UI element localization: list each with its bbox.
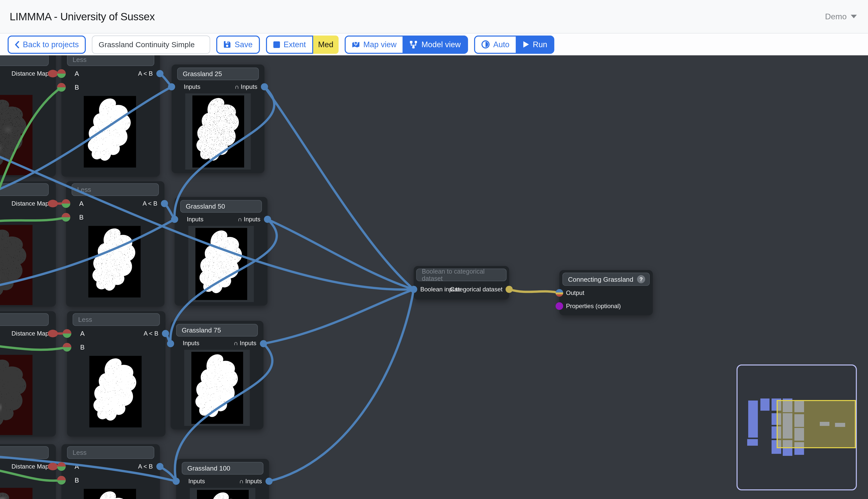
port-label-categorical-dataset: Categorical dataset bbox=[450, 286, 502, 293]
yellow-edge bbox=[509, 289, 559, 293]
node-title-value: Connecting Grassland bbox=[568, 276, 633, 283]
extent-med-label: Med bbox=[318, 40, 333, 49]
port-label-intersect-inputs: ∩ Inputs bbox=[239, 478, 262, 485]
map-thumbnail bbox=[88, 226, 140, 297]
node-title-input[interactable]: Boolean to categorical dataset bbox=[416, 269, 506, 281]
node-title-input[interactable]: Grassland 100 bbox=[182, 462, 264, 475]
user-menu-label: Demo bbox=[825, 12, 847, 21]
map-thumbnail bbox=[0, 95, 33, 175]
node-less-2[interactable]: Less A B A < B bbox=[66, 181, 164, 307]
port-label-distance-map: Distance Map bbox=[11, 70, 49, 77]
user-menu[interactable]: Demo bbox=[825, 12, 857, 21]
port-label-a: A bbox=[79, 200, 84, 207]
node-title-input[interactable]: Grassland 50 bbox=[180, 200, 262, 213]
toolbar: Back to projects Grassland Continuity Si… bbox=[0, 34, 868, 55]
port-label-a: A bbox=[75, 463, 79, 470]
port-label-properties: Properties (optional) bbox=[566, 303, 621, 310]
node-grassland-100[interactable]: Grassland 100 Inputs ∩ Inputs bbox=[176, 459, 269, 499]
model-view-button[interactable]: Model view bbox=[403, 35, 468, 53]
node-grassland-75[interactable]: Grassland 75 Inputs ∩ Inputs bbox=[171, 321, 264, 429]
auto-toggle-icon bbox=[481, 40, 490, 49]
map-view-label: Map view bbox=[363, 40, 396, 49]
map-thumbnail bbox=[190, 488, 255, 499]
save-button[interactable]: Save bbox=[217, 35, 260, 53]
map-view-button[interactable]: Map view bbox=[344, 35, 404, 53]
node-less-4[interactable]: Less A B A < B bbox=[61, 444, 160, 499]
back-to-projects-label: Back to projects bbox=[23, 40, 79, 49]
port-label-inputs: Inputs bbox=[183, 340, 199, 347]
model-view-label: Model view bbox=[421, 40, 461, 49]
map-thumbnail bbox=[0, 355, 33, 435]
node-title-input[interactable]: Connecting Grassland ? bbox=[562, 272, 650, 286]
save-label: Save bbox=[235, 40, 253, 49]
model-canvas[interactable]: Distance Map Distance Map bbox=[0, 55, 868, 499]
map-thumbnail bbox=[184, 350, 250, 426]
node-title-input[interactable] bbox=[0, 446, 49, 459]
node-grassland-25[interactable]: Grassland 25 Inputs ∩ Inputs bbox=[172, 64, 265, 173]
help-icon[interactable]: ? bbox=[637, 275, 645, 283]
port-label-a-less-b: A < B bbox=[143, 200, 157, 207]
port-label-distance-map: Distance Map bbox=[11, 463, 49, 470]
node-grassland-50[interactable]: Grassland 50 Inputs ∩ Inputs bbox=[175, 197, 268, 306]
extent-med-badge[interactable]: Med bbox=[313, 35, 338, 53]
port-label-inputs: Inputs bbox=[188, 478, 205, 485]
map-thumbnail bbox=[89, 356, 142, 427]
minimap-node bbox=[747, 439, 758, 446]
extent-label: Extent bbox=[283, 40, 306, 49]
node-title-input[interactable]: Grassland 75 bbox=[176, 324, 258, 337]
node-title-input[interactable]: Less bbox=[73, 313, 160, 326]
port-label-a: A bbox=[75, 70, 79, 77]
project-name-input[interactable]: Grassland Continuity Simple bbox=[92, 35, 210, 53]
caret-down-icon bbox=[851, 15, 857, 18]
map-thumbnail bbox=[0, 225, 33, 305]
minimap-viewport[interactable] bbox=[777, 400, 856, 448]
node-connecting-grassland[interactable]: Connecting Grassland ? Output Properties… bbox=[559, 270, 653, 315]
project-name-value: Grassland Continuity Simple bbox=[99, 40, 195, 49]
app-header: LIMMMA - University of Sussex Demo bbox=[0, 0, 868, 34]
model-graph-icon bbox=[409, 40, 418, 48]
port-label-a-less-b: A < B bbox=[138, 463, 153, 470]
map-thumbnail bbox=[84, 489, 136, 499]
node-title-input[interactable]: Grassland 25 bbox=[177, 68, 259, 80]
node-less-1[interactable]: Less A B A < B bbox=[61, 55, 160, 177]
port-label-intersect-inputs: ∩ Inputs bbox=[238, 216, 260, 223]
app-title: LIMMMA - University of Sussex bbox=[10, 10, 155, 23]
port-label-inputs: Inputs bbox=[184, 83, 200, 90]
auto-label: Auto bbox=[493, 40, 509, 49]
minimap[interactable] bbox=[736, 364, 857, 490]
node-distance-map-4[interactable]: Distance Map bbox=[0, 444, 56, 499]
node-title-input[interactable]: Less bbox=[67, 55, 154, 66]
port-label-a: A bbox=[80, 330, 85, 337]
auto-button[interactable]: Auto bbox=[474, 35, 516, 53]
port-label-intersect-inputs: ∩ Inputs bbox=[235, 83, 257, 90]
extent-button[interactable]: Extent bbox=[266, 35, 313, 53]
node-title-input[interactable] bbox=[0, 313, 49, 326]
node-title-input[interactable]: Less bbox=[72, 183, 159, 196]
node-boolean-to-categorical[interactable]: Boolean to categorical dataset Boolean i… bbox=[414, 266, 509, 300]
node-title-input[interactable] bbox=[0, 55, 49, 66]
node-distance-map-1[interactable]: Distance Map bbox=[0, 55, 56, 177]
run-group: Auto Run bbox=[474, 35, 554, 53]
port-label-a-less-b: A < B bbox=[144, 330, 158, 337]
node-distance-map-2[interactable]: Distance Map bbox=[0, 181, 56, 307]
node-title-input[interactable]: Less bbox=[67, 446, 154, 459]
port-label-output: Output bbox=[566, 289, 584, 296]
map-icon bbox=[352, 40, 359, 48]
node-less-3[interactable]: Less A B A < B bbox=[67, 311, 166, 437]
back-to-projects-button[interactable]: Back to projects bbox=[8, 35, 86, 53]
chevron-left-icon bbox=[15, 41, 19, 48]
port-label-distance-map: Distance Map bbox=[11, 200, 49, 207]
app: LIMMMA - University of Sussex Demo Back … bbox=[0, 0, 868, 499]
minimap-node bbox=[748, 401, 758, 438]
node-title-input[interactable] bbox=[0, 183, 49, 196]
port-label-b: B bbox=[75, 84, 79, 91]
minimap-node bbox=[760, 399, 770, 411]
map-thumbnail bbox=[188, 226, 254, 302]
map-thumbnail bbox=[0, 488, 33, 499]
run-button[interactable]: Run bbox=[515, 35, 554, 53]
map-thumbnail bbox=[185, 94, 251, 170]
port-label-distance-map: Distance Map bbox=[11, 330, 49, 337]
node-distance-map-3[interactable]: Distance Map bbox=[0, 311, 56, 437]
port-label-intersect-inputs: ∩ Inputs bbox=[234, 340, 256, 347]
port-label-b: B bbox=[79, 214, 84, 221]
